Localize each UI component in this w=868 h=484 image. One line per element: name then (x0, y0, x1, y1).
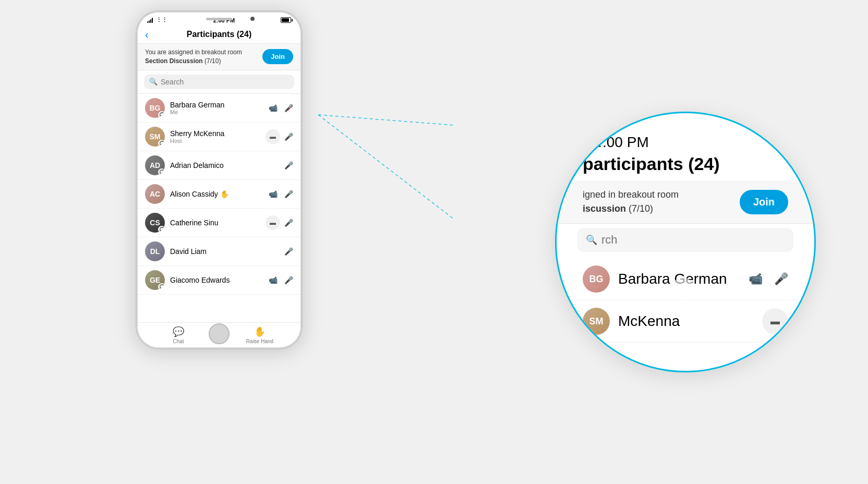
phone-screen: ⋮⋮ 2:00 PM ‹ Participants (24) (138, 13, 300, 347)
participant-name: Alison Cassidy ✋ (170, 190, 260, 198)
scene: ⋮⋮ 2:00 PM ‹ Participants (24) (0, 0, 868, 484)
home-button[interactable] (209, 323, 230, 344)
nav-header: ‹ Participants (24) (138, 26, 300, 44)
avatar: AD 🎧 (145, 155, 165, 175)
participant-row: GE 🎧 Giacomo Edwards 📹 🎤 (138, 266, 300, 295)
participant-actions: 📹 🎤̸ (266, 101, 293, 115)
bar3 (150, 19, 151, 23)
participant-actions: 🎤 (284, 247, 293, 256)
tab-chat[interactable]: 💬 Chat (138, 326, 219, 344)
screen-share-icon: ▬ (266, 129, 280, 144)
participant-actions: ▬ 🎤 (266, 215, 293, 230)
join-button[interactable]: Join (262, 49, 293, 64)
zoom-banner: igned in breakout room iscussion (7/10) … (557, 180, 814, 224)
avatar: BG 🎧 (145, 98, 165, 118)
headphone-badge: 🎧 (158, 140, 165, 147)
video-icon: 📹 (266, 273, 280, 287)
mute-icon: 🎤 (284, 247, 293, 256)
avatar: SM 🎧 (145, 127, 165, 147)
tab-raise-hand[interactable]: ✋ Raise Hand (219, 326, 300, 344)
participant-info: Catherine Sinu (170, 219, 260, 227)
phone-inner: ⋮⋮ 2:00 PM ‹ Participants (24) (137, 11, 302, 348)
zoom-participant-name: McKenna (618, 313, 754, 330)
avatar-initials: AC (145, 184, 165, 204)
tab-chat-label: Chat (173, 338, 184, 344)
breakout-banner: You are assigned in breakout room Sectio… (138, 44, 300, 70)
zoom-mute-icon: 🎤 (774, 272, 788, 286)
search-input-wrap: 🔍 (144, 75, 294, 89)
chat-icon: 💬 (173, 326, 184, 337)
zoom-time: …:00 PM (557, 134, 814, 151)
hand-icon: ✋ (254, 326, 266, 337)
participant-name: Barbara German (170, 101, 260, 109)
participant-row: DL David Liam 🎤 (138, 237, 300, 266)
zoom-content: …:00 PM participants (24) igned in break… (557, 113, 814, 371)
participant-role: Host (170, 138, 260, 144)
zoom-join-button[interactable]: Join (740, 190, 788, 214)
battery-fill (282, 18, 289, 22)
zoom-search-input[interactable] (601, 233, 785, 247)
zoom-avatar-barbara: BG (583, 265, 610, 293)
participant-row: AD 🎧 Adrian Delamico 🎤 (138, 151, 300, 180)
breakout-bold: Section Discussion (145, 57, 203, 65)
bar1 (147, 21, 148, 23)
mute-icon: 🎤 (284, 190, 293, 198)
zoom-participant-actions: ▬ (762, 308, 788, 334)
zoom-participant-name: Barbara German (618, 271, 736, 287)
zoom-banner-suffix: (7/10) (626, 203, 653, 214)
search-icon: 🔍 (149, 78, 158, 86)
participant-row: CS 🎧 Catherine Sinu ▬ 🎤 (138, 209, 300, 237)
wifi-icon: ⋮⋮ (156, 17, 167, 23)
participant-name: Giacomo Edwards (170, 276, 260, 284)
battery-icon (281, 17, 291, 23)
participants-list: BG 🎧 Barbara German Me 📹 🎤̸ (138, 94, 300, 322)
zoom-avatar-sherry: SM (583, 308, 610, 335)
participant-role: Me (170, 109, 260, 115)
participant-row: SM 🎧 Sherry McKenna Host ▬ 🎤 (138, 123, 300, 151)
participant-actions: 🎤 (284, 161, 293, 170)
mute-icon: 🎤 (284, 132, 293, 141)
participant-row: BG 🎧 Barbara German Me 📹 🎤̸ (138, 94, 300, 123)
headphone-badge: 🎧 (158, 226, 165, 233)
headphone-badge: 🎧 (158, 168, 165, 175)
avatar: GE 🎧 (145, 270, 165, 290)
video-icon: 📹 (266, 101, 280, 115)
headphone-badge: 🎧 (158, 111, 165, 118)
zoom-title: participants (24) (557, 154, 814, 174)
zoom-screen-share-icon: ▬ (762, 308, 788, 334)
avatar-initials: DL (145, 241, 165, 261)
bar4 (152, 18, 153, 23)
signal-bars (147, 18, 153, 23)
tab-raise-hand-label: Raise Hand (246, 338, 273, 344)
zoom-participant-barbara: BG Barbara German 📹 🎤 (557, 258, 814, 300)
zoom-circle: …:00 PM participants (24) igned in break… (555, 112, 816, 372)
screen-share-icon: ▬ (266, 215, 280, 230)
svg-line-1 (318, 115, 454, 219)
participant-info: David Liam (170, 247, 279, 256)
participant-actions: ▬ 🎤 (266, 129, 293, 144)
phone-mockup: ⋮⋮ 2:00 PM ‹ Participants (24) (136, 10, 303, 349)
participant-info: Alison Cassidy ✋ (170, 190, 260, 198)
zoom-banner-bold: iscussion (583, 203, 626, 214)
video-icon: 📹 (266, 187, 280, 201)
participant-row: AC Alison Cassidy ✋ 📹 🎤 (138, 180, 300, 209)
back-button[interactable]: ‹ (145, 29, 149, 41)
avatar: AC (145, 184, 165, 204)
avatar: CS 🎧 (145, 213, 165, 233)
zoom-banner-line1: igned in breakout room (583, 189, 679, 200)
page-title: Participants (24) (187, 30, 251, 39)
avatar: DL (145, 241, 165, 261)
participant-info: Adrian Delamico (170, 161, 279, 170)
search-bar: 🔍 (138, 70, 300, 94)
zoom-search: 🔍 (577, 228, 793, 252)
status-left: ⋮⋮ (147, 17, 167, 23)
participant-info: Sherry McKenna Host (170, 129, 260, 144)
zoom-search-icon: 🔍 (586, 234, 597, 246)
bar2 (149, 20, 150, 23)
breakout-suffix: (7/10) (203, 57, 221, 65)
participant-actions: 📹 🎤 (266, 187, 293, 201)
zoom-video-icon: 📹 (744, 268, 767, 291)
search-input[interactable] (161, 78, 289, 86)
participant-name: Sherry McKenna (170, 129, 260, 138)
zoom-search-wrap: 🔍 (577, 228, 793, 252)
